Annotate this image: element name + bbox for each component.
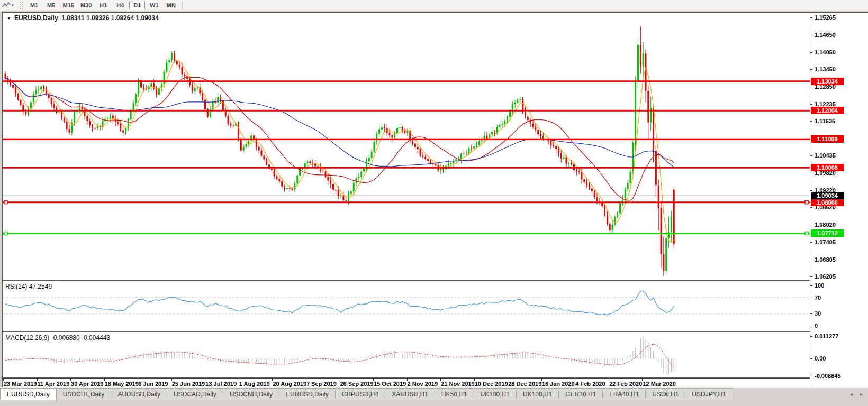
- ohlc-close: 1.09034: [135, 14, 158, 22]
- top-toolbar: ▾ M1M5M15M30H1H4D1W1MN: [0, 0, 868, 11]
- axis-tick: [810, 313, 812, 314]
- price-tick-label: 1.12235: [815, 101, 836, 107]
- chart-tab-uk100-h1[interactable]: UK100,H1: [474, 389, 516, 400]
- axis-tick: [810, 87, 812, 87]
- ohlc-open: 1.08341: [61, 14, 84, 22]
- timeframe-button-h1[interactable]: H1: [95, 1, 111, 10]
- date-label: 30 Apr 2019: [71, 381, 103, 387]
- timeframe-button-m30[interactable]: M30: [78, 1, 94, 10]
- time-axis[interactable]: 23 Mar 201911 Apr 201930 Apr 201918 May …: [3, 378, 810, 389]
- tab-scroll-right-icon[interactable]: ▸: [860, 391, 863, 397]
- date-label: 28 Dec 2019: [508, 381, 541, 387]
- price-tick-label: 1.10435: [815, 152, 836, 159]
- chart-tab-ger30-h1[interactable]: GER30,H1: [559, 389, 602, 400]
- ohlc-high: 1.09326: [86, 14, 109, 22]
- chart-tab-gbpusd-h4[interactable]: GBPUSD,H4: [336, 389, 385, 400]
- date-label: 26 Sep 2019: [340, 381, 374, 387]
- level-price-badge: 1.10008: [811, 164, 844, 171]
- chart-title: ▼EURUSD,Daily 1.08341 1.09326 1.08264 1.…: [7, 14, 159, 22]
- rsi-axis-label: 0: [815, 322, 818, 329]
- date-label: 25 Jun 2019: [172, 381, 205, 387]
- rsi-axis-label: 30: [815, 310, 821, 317]
- macd-canvas[interactable]: [3, 333, 810, 378]
- timeframe-button-m1[interactable]: M1: [26, 1, 42, 10]
- timeframe-button-w1[interactable]: W1: [146, 1, 162, 10]
- price-tick-label: 1.07405: [815, 239, 836, 245]
- price-axis[interactable]: 1.152651.146501.140501.134501.128501.122…: [810, 13, 868, 389]
- date-label: 13 Jul 2019: [205, 381, 237, 387]
- date-label: 11 Apr 2019: [38, 381, 70, 387]
- price-tick-label: 1.06805: [815, 256, 836, 263]
- axis-tick: [810, 225, 812, 225]
- chart-tab-usdcnh-daily[interactable]: USDCNH,Daily: [223, 389, 279, 400]
- axis-tick: [810, 276, 812, 277]
- dropdown-arrow-icon[interactable]: ▾: [12, 3, 14, 7]
- axis-tick: [810, 285, 812, 286]
- chart-tab-usdcad-daily[interactable]: USDCAD,Daily: [167, 389, 223, 400]
- axis-tick: [810, 121, 812, 122]
- axis-tick: [810, 358, 812, 359]
- rsi-label: RSI(14) 47.2549: [5, 283, 52, 290]
- macd-value-main: -0.006880: [51, 334, 80, 342]
- axis-tick: [810, 190, 812, 191]
- axis-tick: [810, 260, 812, 260]
- date-label: 16 Jan 2020: [542, 381, 575, 387]
- timeframe-button-m5[interactable]: M5: [43, 1, 59, 10]
- main-chart-canvas[interactable]: [3, 13, 810, 281]
- price-tick-label: 1.15265: [815, 14, 836, 21]
- chart-tab-hk50-h1[interactable]: HK50,H1: [435, 389, 474, 400]
- date-label: 21 Nov 2019: [441, 381, 475, 387]
- axis-tick: [810, 326, 812, 326]
- axis-tick: [810, 376, 812, 376]
- axis-tick: [810, 35, 812, 35]
- axis-tick: [810, 155, 812, 156]
- axis-tick: [810, 242, 812, 243]
- axis-tick: [810, 104, 812, 105]
- price-tick-label: 1.08020: [815, 222, 836, 228]
- axis-tick: [810, 298, 812, 298]
- chart-tab-usdjpy-h1[interactable]: USDJPY,H1: [685, 389, 732, 400]
- price-tick-label: 1.14050: [815, 49, 836, 56]
- level-price-badge: 1.12004: [811, 107, 844, 114]
- level-price-badge: 1.08800: [811, 199, 844, 206]
- chart-tab-audusd-daily[interactable]: AUDUSD,Daily: [111, 389, 167, 400]
- level-price-badge: 1.13034: [811, 78, 844, 85]
- chart-tab-usoil-h1[interactable]: USOil,H1: [646, 389, 685, 400]
- date-label: 15 Oct 2019: [374, 381, 406, 387]
- ohlc-low: 1.08264: [111, 14, 134, 22]
- rsi-axis-label: 100: [815, 282, 824, 289]
- macd-axis-label: 0.00: [815, 355, 826, 362]
- date-label: 6 Jun 2019: [138, 381, 168, 387]
- axis-tick: [810, 69, 812, 70]
- timeframe-button-h4[interactable]: H4: [112, 1, 128, 10]
- collapse-triangle-icon[interactable]: ▼: [7, 16, 11, 21]
- chart-tab-usdchf-daily[interactable]: USDCHF,Daily: [57, 389, 111, 400]
- zigzag-line-icon: [2, 2, 11, 9]
- macd-axis-label: -0.008845: [815, 373, 841, 379]
- chart-tab-eurusd-daily[interactable]: EURUSD,Daily: [279, 389, 335, 400]
- chart-tab-xauusd-h1[interactable]: XAUUSD,H1: [385, 389, 435, 400]
- date-label: 10 Dec 2019: [475, 381, 508, 387]
- level-price-badge: 1.11009: [811, 135, 844, 143]
- timeframe-button-m15[interactable]: M15: [60, 1, 77, 10]
- toolbar-grip[interactable]: [20, 2, 23, 9]
- timeframe-button-mn[interactable]: MN: [163, 1, 179, 10]
- date-label: 4 Feb 2020: [575, 381, 605, 387]
- chart-tab-bar: EURUSD,DailyUSDCHF,DailyAUDUSD,DailyUSDC…: [0, 387, 868, 400]
- axis-tick: [810, 173, 812, 173]
- chart-cursor-tool[interactable]: ▾: [0, 0, 16, 11]
- date-label: 2 Nov 2019: [408, 381, 438, 387]
- chart-tab-uk100-h1[interactable]: UK100,H1: [517, 389, 558, 400]
- chart-symbol: EURUSD,Daily: [14, 14, 58, 22]
- axis-tick: [810, 52, 812, 53]
- timeframe-button-d1[interactable]: D1: [129, 1, 145, 10]
- price-tick-label: 1.13450: [815, 66, 836, 72]
- axis-tick: [810, 336, 812, 337]
- rsi-canvas[interactable]: [3, 282, 810, 332]
- tab-scroll-left-icon[interactable]: ◂: [850, 391, 853, 397]
- rsi-axis-label: 70: [815, 294, 821, 301]
- date-label: 7 Sep 2019: [306, 381, 337, 387]
- chart-tab-eurusd-daily[interactable]: EURUSD,Daily: [1, 389, 57, 400]
- price-tick-label: 1.14650: [815, 32, 836, 38]
- chart-tab-fra40-h1[interactable]: FRA40,H1: [603, 389, 645, 400]
